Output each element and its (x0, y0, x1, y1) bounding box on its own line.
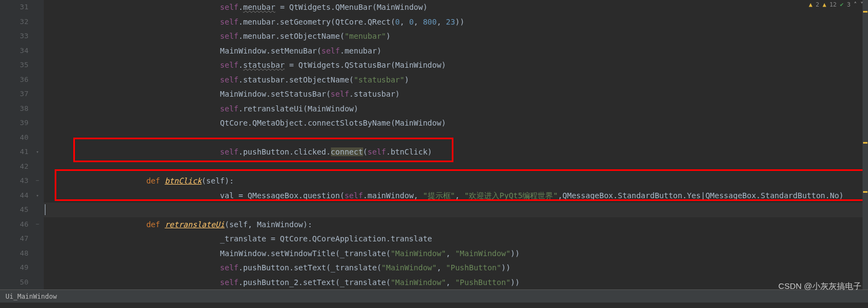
vertical-scrollbar[interactable] (863, 0, 868, 289)
watermark-text: CSDN @小灰灰搞电子 (778, 281, 861, 292)
ok-count: 3 (847, 1, 850, 8)
code-line[interactable]: self.statusbar = QtWidgets.QStatusBar(Ma… (45, 58, 868, 73)
code-line[interactable]: MainWindow.setWindowTitle(_translate("Ma… (45, 246, 868, 261)
line-number: 35 (7, 58, 28, 73)
fold-toggle[interactable]: ─ (34, 178, 40, 184)
code-area[interactable]: self.menubar = QtWidgets.QMenuBar(MainWi… (44, 0, 868, 289)
line-number: 49 (7, 260, 28, 275)
code-line[interactable]: self.pushButton.setText(_translate("Main… (45, 260, 868, 275)
line-number: 38 (7, 102, 28, 116)
chevron-up-icon[interactable]: ˄ (854, 1, 857, 8)
fold-column[interactable]: ▾─▾─ (33, 0, 44, 289)
code-line[interactable]: self.pushButton.clicked.connect(self.btn… (45, 145, 868, 159)
code-line[interactable] (45, 159, 868, 174)
code-line[interactable] (45, 203, 868, 217)
code-line[interactable]: self.menubar = QtWidgets.QMenuBar(MainWi… (45, 0, 868, 15)
code-line[interactable]: self.menubar.setObjectName("menubar") (45, 29, 868, 44)
line-number: 43 (7, 174, 28, 188)
line-number: 32 (7, 15, 28, 29)
line-number: 44 (7, 188, 28, 203)
line-number: 40 (7, 131, 28, 145)
line-number-gutter: 3132333435363738394041424344454647484950 (7, 0, 33, 289)
code-line[interactable] (45, 131, 868, 145)
code-line[interactable]: MainWindow.setMenuBar(self.menubar) (45, 44, 868, 58)
line-number: 34 (7, 44, 28, 58)
gutter-fold-strip (0, 0, 7, 289)
code-line[interactable]: def btnClick(self): (45, 174, 868, 188)
code-line[interactable]: self.menubar.setGeometry(QtCore.QRect(0,… (45, 15, 868, 29)
line-number: 36 (7, 73, 28, 87)
line-number: 39 (7, 116, 28, 131)
line-number: 47 (7, 232, 28, 246)
code-line[interactable]: self.pushButton_2.setText(_translate("Ma… (45, 275, 868, 290)
code-line[interactable]: QtCore.QMetaObject.connectSlotsByName(Ma… (45, 116, 868, 131)
fold-toggle[interactable]: ▾ (34, 193, 40, 199)
code-editor[interactable]: 3132333435363738394041424344454647484950… (0, 0, 868, 289)
text-caret (45, 204, 45, 215)
line-number: 46 (7, 217, 28, 232)
line-number: 31 (7, 0, 28, 15)
warning-icon: ▲ (809, 1, 813, 8)
code-line[interactable]: _translate = QtCore.QCoreApplication.tra… (45, 232, 868, 246)
ok-icon: ✔ (840, 1, 844, 8)
inspection-indicators[interactable]: ▲2 ▲12 ✔3 ˄ ˅ (809, 1, 864, 8)
breadcrumb-item[interactable]: Ui_MainWindow (5, 293, 57, 300)
fold-toggle[interactable]: ─ (34, 222, 40, 228)
weak-warning-icon: ▲ (823, 1, 826, 8)
line-number: 50 (7, 275, 28, 290)
code-line[interactable]: val = QMessageBox.question(self.mainWind… (45, 188, 868, 203)
line-number: 42 (7, 159, 28, 174)
code-line[interactable]: self.retranslateUi(MainWindow) (45, 102, 868, 116)
weak-warning-count: 12 (830, 1, 837, 8)
code-line[interactable]: MainWindow.setStatusBar(self.statusbar) (45, 87, 868, 102)
line-number: 45 (7, 203, 28, 217)
line-number: 37 (7, 87, 28, 102)
scroll-warning-mark[interactable] (863, 191, 867, 193)
breadcrumb-bar[interactable]: Ui_MainWindow (0, 289, 868, 303)
scroll-warning-mark[interactable] (863, 11, 867, 13)
code-line[interactable]: def retranslateUi(self, MainWindow): (45, 217, 868, 232)
chevron-down-icon[interactable]: ˅ (860, 1, 864, 8)
scroll-warning-mark[interactable] (863, 142, 867, 144)
line-number: 48 (7, 246, 28, 261)
line-number: 33 (7, 29, 28, 44)
fold-toggle[interactable]: ▾ (34, 149, 40, 155)
code-line[interactable]: self.statusbar.setObjectName("statusbar"… (45, 73, 868, 87)
line-number: 41 (7, 145, 28, 159)
warning-count: 2 (815, 1, 819, 8)
